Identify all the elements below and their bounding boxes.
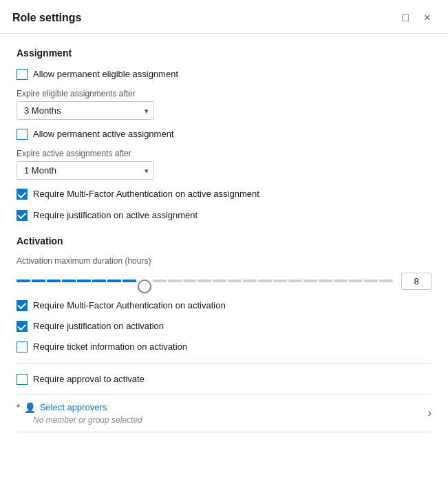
activation-section: Activation Activation maximum duration (…	[17, 235, 431, 432]
require-ticket-checkbox[interactable]	[17, 341, 28, 353]
role-settings-dialog: Role settings □ × Assignment Allow perma…	[0, 0, 448, 484]
allow-permanent-active-row: Allow permanent active assignment	[17, 128, 431, 140]
expire-active-label: Expire active assignments after	[17, 149, 431, 158]
allow-permanent-eligible-checkbox[interactable]	[17, 69, 28, 80]
expire-active-group: Expire active assignments after 1 Month …	[17, 149, 431, 180]
require-approval-checkbox[interactable]	[17, 374, 28, 385]
duration-value-input[interactable]: 8	[401, 273, 431, 290]
approvers-label: Select approvers	[40, 402, 107, 412]
require-justification-active-checkbox[interactable]	[17, 210, 28, 221]
approvers-sublabel: No member or group selected	[33, 415, 142, 425]
require-justification-active-row: Require justification on active assignme…	[17, 209, 431, 222]
require-mfa-activation-checkbox[interactable]	[17, 300, 28, 311]
assignment-section-title: Assignment	[17, 48, 431, 59]
slider-row: 8	[17, 273, 431, 290]
expire-eligible-label: Expire eligible assignments after	[17, 89, 431, 98]
assignment-section: Assignment Allow permanent eligible assi…	[17, 48, 431, 222]
require-approval-label: Require approval to activate	[33, 373, 145, 386]
allow-permanent-active-label: Allow permanent active assignment	[33, 128, 174, 140]
require-justification-active-label: Require justification on active assignme…	[33, 209, 198, 222]
approvers-label-row: * 👤 Select approvers	[17, 402, 142, 413]
allow-permanent-eligible-label: Allow permanent eligible assignment	[33, 68, 178, 81]
expire-active-select-wrapper: 1 Month 3 Months 6 Months Never ▾	[17, 161, 154, 180]
approvers-left: * 👤 Select approvers No member or group …	[17, 402, 142, 425]
approvers-chevron-icon: ›	[428, 407, 431, 419]
require-justification-activation-checkbox[interactable]	[17, 321, 28, 332]
duration-group: Activation maximum duration (hours)	[17, 256, 431, 290]
slider-thumb[interactable]	[138, 280, 151, 293]
dialog-content: Assignment Allow permanent eligible assi…	[0, 34, 448, 484]
maximize-button[interactable]: □	[397, 10, 414, 26]
require-justification-activation-row: Require justification on activation	[17, 320, 431, 333]
slider-track-wrapper[interactable]	[17, 275, 393, 287]
approvers-person-icon: 👤	[24, 402, 36, 413]
title-bar: Role settings □ ×	[0, 0, 448, 34]
approvers-required-mark: *	[17, 403, 20, 412]
require-approval-row: Require approval to activate	[17, 373, 431, 386]
require-ticket-row: Require ticket information on activation	[17, 341, 431, 353]
close-button[interactable]: ×	[419, 10, 436, 26]
duration-label: Activation maximum duration (hours)	[17, 256, 431, 266]
require-mfa-activation-label: Require Multi-Factor Authentication on a…	[33, 299, 226, 312]
divider-1	[17, 363, 431, 364]
dialog-title: Role settings	[12, 12, 81, 24]
activation-section-title: Activation	[17, 235, 431, 246]
require-ticket-label: Require ticket information on activation	[33, 341, 187, 353]
expire-active-select[interactable]: 1 Month 3 Months 6 Months Never	[17, 161, 154, 180]
require-justification-activation-label: Require justification on activation	[33, 320, 164, 333]
expire-eligible-select[interactable]: 3 Months 6 Months 12 Months Never	[17, 101, 154, 120]
expire-eligible-group: Expire eligible assignments after 3 Mont…	[17, 89, 431, 120]
require-mfa-active-label: Require Multi-Factor Authentication on a…	[33, 188, 259, 200]
expire-eligible-select-wrapper: 3 Months 6 Months 12 Months Never ▾	[17, 101, 154, 120]
allow-permanent-eligible-row: Allow permanent eligible assignment	[17, 68, 431, 81]
require-mfa-activation-row: Require Multi-Factor Authentication on a…	[17, 299, 431, 312]
title-bar-controls: □ ×	[397, 10, 436, 26]
select-approvers-row[interactable]: * 👤 Select approvers No member or group …	[17, 394, 431, 432]
require-mfa-active-row: Require Multi-Factor Authentication on a…	[17, 188, 431, 200]
require-mfa-active-checkbox[interactable]	[17, 189, 28, 200]
allow-permanent-active-checkbox[interactable]	[17, 129, 28, 140]
